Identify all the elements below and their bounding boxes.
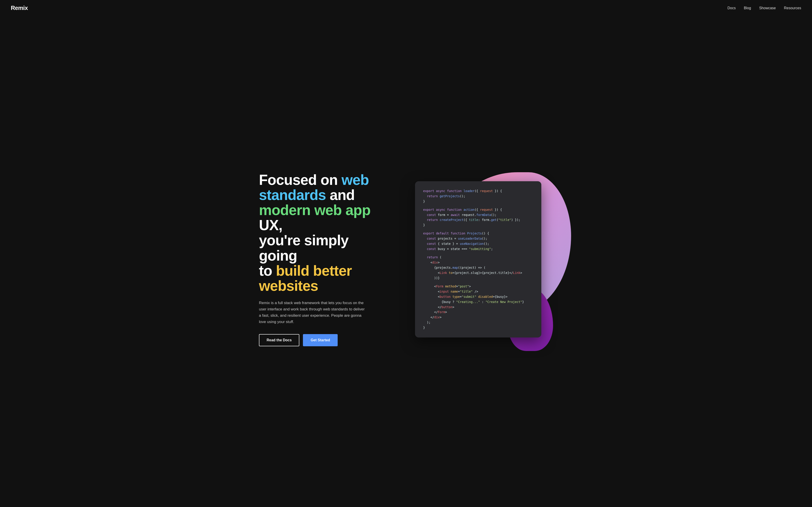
code-line-12: return ( bbox=[423, 255, 533, 260]
hero-right: export async function loader({ request }… bbox=[403, 181, 553, 337]
code-line-21: </button> bbox=[423, 304, 533, 310]
code-line-25: } bbox=[423, 325, 533, 330]
nav-links: Docs Blog Showcase Resources bbox=[727, 6, 801, 10]
nav-link-showcase[interactable]: Showcase bbox=[759, 6, 776, 10]
code-blank-4 bbox=[423, 281, 533, 284]
code-blank-2 bbox=[423, 228, 533, 231]
hero-section: Focused on webstandards andmodern web ap… bbox=[248, 16, 564, 507]
code-line-23: </div> bbox=[423, 315, 533, 320]
get-started-button[interactable]: Get Started bbox=[303, 334, 338, 346]
code-line-11: const busy = state === "submitting"; bbox=[423, 246, 533, 251]
hero-buttons: Read the Docs Get Started bbox=[259, 334, 385, 346]
code-line-9: const projects = useLoaderData(); bbox=[423, 236, 533, 241]
nav-item-docs[interactable]: Docs bbox=[727, 6, 736, 10]
code-line-1: export async function loader({ request }… bbox=[423, 188, 533, 194]
code-line-17: <Form method="post"> bbox=[423, 284, 533, 289]
hero-left: Focused on webstandards andmodern web ap… bbox=[259, 172, 385, 346]
code-line-10: const { state } = useNavigation(); bbox=[423, 241, 533, 246]
nav-link-docs[interactable]: Docs bbox=[727, 6, 736, 10]
code-line-18: <input name="title" /> bbox=[423, 289, 533, 294]
nav-link-blog[interactable]: Blog bbox=[744, 6, 751, 10]
nav-link-resources[interactable]: Resources bbox=[784, 6, 801, 10]
read-docs-button[interactable]: Read the Docs bbox=[259, 334, 299, 346]
code-blank-1 bbox=[423, 204, 533, 207]
code-block: export async function loader({ request }… bbox=[423, 188, 533, 330]
code-card: export async function loader({ request }… bbox=[415, 181, 541, 337]
navbar: Remix Docs Blog Showcase Resources bbox=[0, 0, 812, 16]
code-line-15: <Link to={project.slug}>{project.title}<… bbox=[423, 270, 533, 276]
code-line-2: return getProjects(); bbox=[423, 194, 533, 199]
code-line-6: return createProject({ title: form.get("… bbox=[423, 217, 533, 223]
hero-title: Focused on webstandards andmodern web ap… bbox=[259, 172, 385, 294]
hero-description: Remix is a full stack web framework that… bbox=[259, 300, 367, 325]
code-blank-3 bbox=[423, 251, 533, 255]
code-line-19: <button type="submit" disabled={busy}> bbox=[423, 294, 533, 299]
logo-text: Remix bbox=[11, 4, 28, 11]
code-line-7: } bbox=[423, 223, 533, 228]
site-logo[interactable]: Remix bbox=[11, 4, 28, 11]
nav-item-resources[interactable]: Resources bbox=[784, 6, 801, 10]
hero-title-focused: Focused on bbox=[259, 172, 341, 188]
code-line-5: const form = await request.formData(); bbox=[423, 212, 533, 218]
hero-title-modern-web-app: modern web app bbox=[259, 202, 371, 218]
hero-title-and: and bbox=[326, 187, 355, 203]
code-line-8: export default function Projects() { bbox=[423, 231, 533, 236]
code-line-3: } bbox=[423, 199, 533, 204]
code-line-13: <div> bbox=[423, 260, 533, 265]
code-line-22: </Form> bbox=[423, 309, 533, 315]
code-line-24: ); bbox=[423, 320, 533, 325]
nav-item-showcase[interactable]: Showcase bbox=[759, 6, 776, 10]
code-line-4: export async function action({ request }… bbox=[423, 207, 533, 212]
code-line-14: {projects.map((project) => ( bbox=[423, 265, 533, 270]
nav-item-blog[interactable]: Blog bbox=[744, 6, 751, 10]
code-line-20: {busy ? "Creating..." : "Create New Proj… bbox=[423, 299, 533, 304]
code-line-16: ))} bbox=[423, 276, 533, 281]
